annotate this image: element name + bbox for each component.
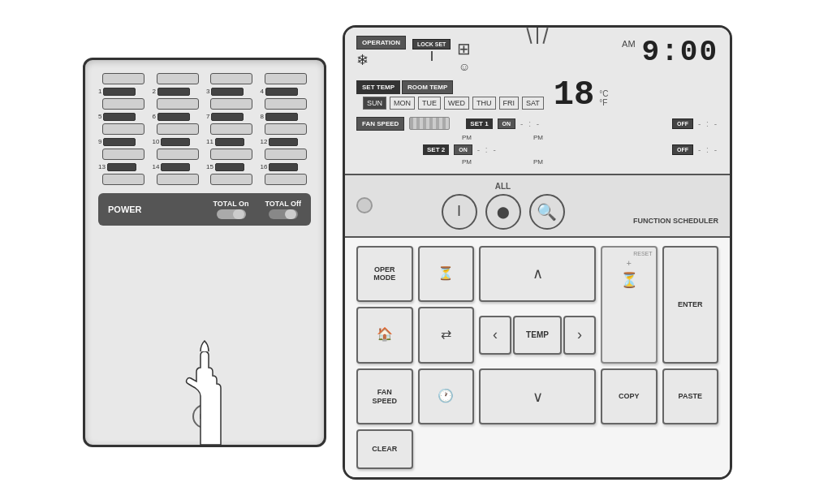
- channel-btn-4[interactable]: [265, 88, 298, 96]
- channel-rect-14: [157, 174, 199, 185]
- paste-btn[interactable]: PASTE: [662, 368, 719, 425]
- clear-label: CLEAR: [372, 445, 397, 454]
- channel-rect-13: [102, 174, 144, 185]
- indicator-dot: [356, 197, 373, 213]
- round-buttons: I ⬤ 🔍: [442, 194, 565, 230]
- up-btn[interactable]: ∧: [479, 246, 596, 303]
- bottom-bar: POWER TOTAL On TOTAL Off: [98, 193, 311, 226]
- grid-cell-14: 14: [153, 163, 204, 185]
- keypad-grid: OPERMODE ⏳ ∧ RESET + ⏳ ENTER: [356, 246, 718, 469]
- total-on-switch[interactable]: [217, 209, 246, 219]
- timer-area: RESET + ⏳: [601, 246, 658, 364]
- oper-mode-btn[interactable]: OPERMODE: [356, 246, 413, 303]
- pm-text-3: PM: [462, 158, 472, 166]
- home-icon: 🏠: [377, 326, 393, 342]
- channel-rect-12: [265, 149, 307, 160]
- channel-rect-6: [157, 123, 199, 135]
- set1-dashes: - : -: [520, 119, 541, 128]
- channel-btn-3[interactable]: [211, 88, 244, 96]
- left-arrow-icon: ‹: [493, 326, 498, 343]
- day-sun[interactable]: SUN: [363, 97, 386, 110]
- oper-mode-label: OPERMODE: [373, 265, 395, 283]
- day-mon[interactable]: MON: [390, 97, 415, 110]
- time-display: 9:00: [642, 36, 718, 69]
- channel-btn-10[interactable]: [161, 138, 190, 146]
- channel-btn-1[interactable]: [103, 88, 136, 96]
- clear-btn[interactable]: CLEAR: [356, 429, 413, 468]
- day-wed[interactable]: WED: [444, 97, 469, 110]
- enter-btn[interactable]: ENTER: [662, 246, 719, 364]
- function-scheduler-label: FUNCTION SCHEDULER: [633, 217, 718, 225]
- grid-cell-2: 2: [153, 88, 204, 110]
- day-fri[interactable]: FRI: [499, 97, 520, 110]
- grid-cell-6: 6: [153, 113, 204, 135]
- channel-btn-13[interactable]: [107, 163, 136, 171]
- left-btn[interactable]: ‹: [479, 316, 511, 355]
- copy-btn[interactable]: COPY: [601, 368, 658, 425]
- channel-btn-9[interactable]: [103, 138, 136, 146]
- play-btn[interactable]: I: [442, 194, 477, 230]
- channel-btn-7[interactable]: [211, 113, 244, 121]
- search-btn[interactable]: 🔍: [529, 194, 565, 230]
- set2-dashes: - : -: [477, 145, 498, 154]
- pm-text-1: PM: [462, 134, 472, 141]
- day-tue[interactable]: TUE: [418, 97, 441, 110]
- channel-rect-11: [210, 149, 252, 160]
- paste-label: PASTE: [679, 392, 702, 401]
- grid-cell-5: 5: [98, 113, 149, 135]
- enter-label: ENTER: [678, 300, 703, 309]
- fan-speed-btn[interactable]: FANSPEED: [356, 368, 413, 425]
- hourglass-btn[interactable]: ⏳: [418, 246, 475, 303]
- temp-display-btn: TEMP: [513, 316, 562, 355]
- timer-btn[interactable]: 🕐: [418, 368, 475, 425]
- play-icon: I: [457, 203, 461, 220]
- copy-label: COPY: [619, 392, 640, 401]
- room-temp-btn[interactable]: ROOM TEMP: [402, 80, 453, 94]
- display-middle-row: SET TEMP ROOM TEMP SUN MON TUE WED THU F…: [356, 78, 718, 112]
- clock-btn[interactable]: ⇄: [418, 307, 475, 364]
- channel-btn-8[interactable]: [265, 113, 298, 121]
- top-rect-3: [210, 73, 252, 84]
- antenna-center: [537, 28, 538, 44]
- timer-hourglass-icon: ⏳: [620, 271, 638, 289]
- reset-label: RESET: [633, 251, 652, 256]
- set1-off-btn[interactable]: OFF: [672, 118, 693, 129]
- grid-cell-8: 8: [261, 113, 312, 135]
- top-rect-4: [265, 73, 307, 84]
- grid-cell-top-3: [206, 73, 257, 84]
- days-row: SUN MON TUE WED THU FRI SAT: [363, 97, 544, 110]
- grid-cell-1: 1: [98, 88, 149, 110]
- set1-on-btn[interactable]: ON: [498, 118, 516, 129]
- channel-btn-12[interactable]: [269, 138, 298, 146]
- grid-cell-13: 13: [98, 163, 149, 185]
- down-btn[interactable]: ∨: [479, 368, 596, 425]
- home-btn[interactable]: 🏠: [356, 307, 413, 364]
- set2-off-btn[interactable]: OFF: [672, 144, 693, 155]
- top-rect-1: [102, 73, 144, 84]
- grid-cell-3: 3: [206, 88, 257, 110]
- left-panel: 1 2 3 4: [83, 58, 326, 447]
- channel-btn-6[interactable]: [157, 113, 190, 121]
- total-on-toggle[interactable]: TOTAL On: [213, 200, 249, 219]
- set-temp-btn[interactable]: SET TEMP: [356, 80, 400, 94]
- channel-btn-2[interactable]: [157, 88, 190, 96]
- channel-btn-15[interactable]: [215, 163, 244, 171]
- total-off-toggle[interactable]: TOTAL Off: [265, 200, 302, 219]
- operation-label: OPERATION: [356, 36, 406, 50]
- right-btn[interactable]: ›: [563, 316, 596, 355]
- scheduler-section: ALL I ⬤ 🔍 FUNCTION SCHEDULER: [345, 175, 730, 238]
- grid-cell-16: 16: [261, 163, 312, 185]
- channel-btn-11[interactable]: [215, 138, 244, 146]
- channel-btn-5[interactable]: [103, 113, 136, 121]
- channel-rect-3: [210, 98, 252, 110]
- function-scheduler-label-area: FUNCTION SCHEDULER: [633, 212, 718, 230]
- total-off-switch[interactable]: [269, 209, 298, 219]
- day-sat[interactable]: SAT: [522, 97, 544, 110]
- set2-on-btn[interactable]: ON: [454, 144, 472, 155]
- channel-btn-14[interactable]: [161, 163, 190, 171]
- grid-cell-top-2: [153, 73, 204, 84]
- day-thu[interactable]: THU: [472, 97, 496, 110]
- toggle-group: TOTAL On TOTAL Off: [213, 200, 302, 219]
- channel-btn-16[interactable]: [269, 163, 298, 171]
- record-btn[interactable]: ⬤: [485, 194, 521, 230]
